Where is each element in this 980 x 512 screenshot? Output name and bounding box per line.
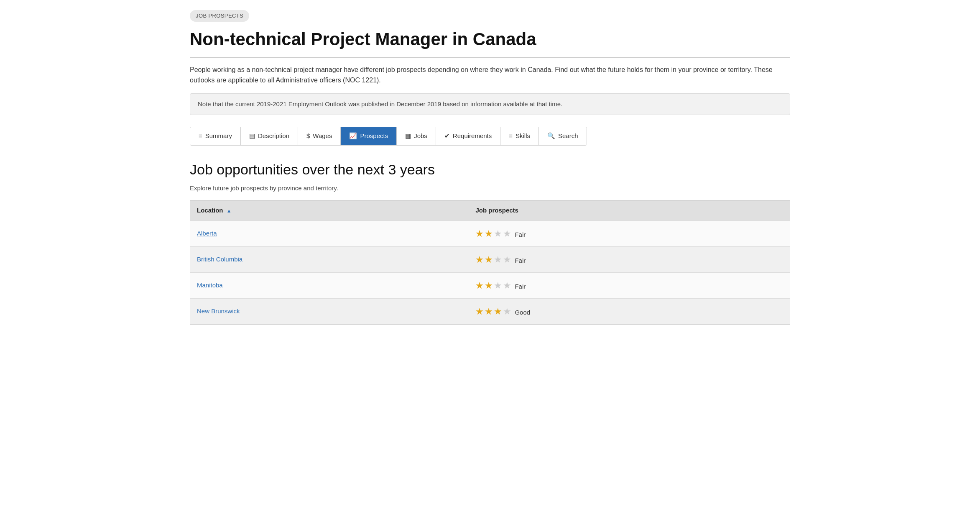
tab-search[interactable]: 🔍 Search: [539, 127, 587, 145]
tab-requirements-label: Requirements: [453, 131, 492, 141]
location-link[interactable]: Manitoba: [197, 282, 223, 289]
tab-wages[interactable]: $ Wages: [298, 127, 341, 145]
tab-description[interactable]: ▤ Description: [241, 127, 298, 145]
star-filled: ★: [475, 279, 484, 292]
table-row: New Brunswick★★★★Good: [190, 298, 790, 324]
skills-icon: ≡: [509, 131, 513, 141]
col-location-header[interactable]: Location ▲: [190, 201, 469, 221]
page-container: JOB PROSPECTS Non-technical Project Mana…: [176, 0, 804, 335]
col-prospects-header: Job prospects: [469, 201, 790, 221]
rating-label: Fair: [515, 231, 526, 238]
tab-prospects-label: Prospects: [360, 131, 388, 141]
description-icon: ▤: [249, 131, 255, 141]
prospects-icon: 📈: [349, 131, 357, 141]
star-filled: ★: [485, 305, 493, 318]
rating-label: Fair: [515, 257, 526, 264]
tabs-container: ≡ Summary ▤ Description $ Wages 📈 Prospe…: [190, 127, 587, 146]
tab-skills[interactable]: ≡ Skills: [500, 127, 539, 145]
title-divider: [190, 57, 790, 58]
location-link[interactable]: British Columbia: [197, 256, 242, 263]
prospects-cell: ★★★★Fair: [469, 220, 790, 246]
location-cell: New Brunswick: [190, 298, 469, 324]
wages-icon: $: [306, 131, 310, 141]
location-link[interactable]: Alberta: [197, 230, 217, 237]
star-rating: ★★★★: [475, 279, 511, 292]
star-filled: ★: [475, 253, 484, 266]
location-link[interactable]: New Brunswick: [197, 307, 240, 315]
table-row: Manitoba★★★★Fair: [190, 272, 790, 298]
star-empty: ★: [503, 279, 511, 292]
requirements-icon: ✔: [444, 131, 450, 141]
star-empty: ★: [503, 253, 511, 266]
location-cell: British Columbia: [190, 246, 469, 272]
tab-search-label: Search: [558, 131, 578, 141]
section-title: Job opportunities over the next 3 years: [190, 159, 790, 180]
star-empty: ★: [503, 305, 511, 318]
tab-wages-label: Wages: [313, 131, 332, 141]
tab-jobs-label: Jobs: [414, 131, 427, 141]
tab-description-label: Description: [258, 131, 289, 141]
star-empty: ★: [494, 227, 502, 241]
search-icon: 🔍: [547, 131, 555, 141]
tab-summary-label: Summary: [205, 131, 232, 141]
star-rating: ★★★★: [475, 305, 511, 318]
star-filled: ★: [475, 305, 484, 318]
job-prospects-badge: JOB PROSPECTS: [190, 10, 249, 22]
location-cell: Alberta: [190, 220, 469, 246]
prospects-cell: ★★★★Fair: [469, 272, 790, 298]
star-empty: ★: [503, 227, 511, 241]
tab-summary[interactable]: ≡ Summary: [190, 127, 241, 145]
prospects-cell: ★★★★Good: [469, 298, 790, 324]
sort-arrow-icon: ▲: [227, 208, 232, 214]
star-rating: ★★★★: [475, 253, 511, 266]
tab-prospects[interactable]: 📈 Prospects: [341, 127, 397, 145]
star-empty: ★: [494, 253, 502, 266]
table-header-row: Location ▲ Job prospects: [190, 201, 790, 221]
star-filled: ★: [475, 227, 484, 241]
jobs-icon: ▦: [405, 131, 411, 141]
note-box: Note that the current 2019-2021 Employme…: [190, 93, 790, 115]
tab-skills-label: Skills: [516, 131, 530, 141]
prospects-table: Location ▲ Job prospects Alberta★★★★Fair…: [190, 200, 790, 325]
table-row: Alberta★★★★Fair: [190, 220, 790, 246]
tab-requirements[interactable]: ✔ Requirements: [436, 127, 500, 145]
prospects-cell: ★★★★Fair: [469, 246, 790, 272]
star-filled: ★: [485, 227, 493, 241]
tab-jobs[interactable]: ▦ Jobs: [397, 127, 436, 145]
star-filled: ★: [485, 253, 493, 266]
star-filled: ★: [485, 279, 493, 292]
star-empty: ★: [494, 279, 502, 292]
page-title: Non-technical Project Manager in Canada: [190, 26, 790, 52]
section-subtitle: Explore future job prospects by province…: [190, 184, 790, 193]
star-rating: ★★★★: [475, 227, 511, 241]
rating-label: Good: [515, 309, 530, 316]
location-cell: Manitoba: [190, 272, 469, 298]
summary-icon: ≡: [199, 131, 202, 141]
star-filled: ★: [494, 305, 502, 318]
intro-text: People working as a non-technical projec…: [190, 64, 790, 86]
table-row: British Columbia★★★★Fair: [190, 246, 790, 272]
rating-label: Fair: [515, 283, 526, 290]
